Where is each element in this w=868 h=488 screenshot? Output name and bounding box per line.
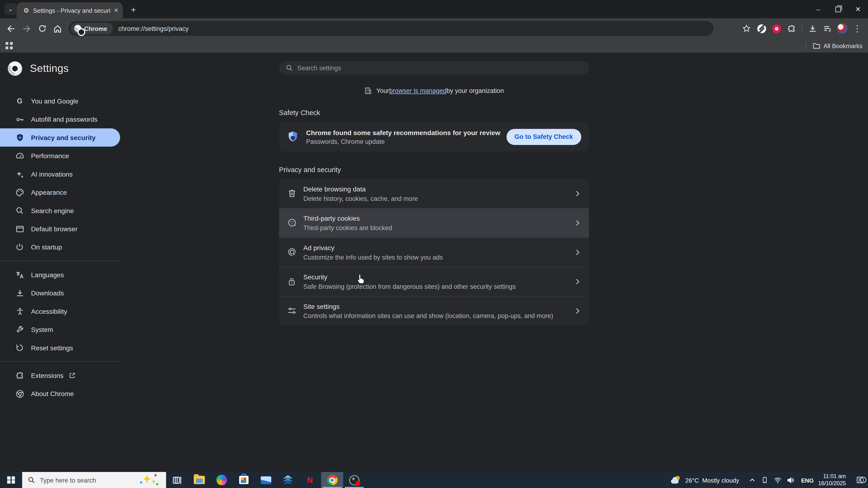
managed-notice: Your browser is managed by your organiza… (279, 87, 589, 95)
sidebar-item-on-startup[interactable]: On startup (0, 238, 120, 256)
row-subtitle: Safe Browsing (protection from dangerous… (303, 283, 516, 290)
microsoft-store-button[interactable] (232, 472, 255, 488)
running-indicator (323, 487, 342, 488)
netflix-button[interactable]: N (299, 472, 321, 488)
sidebar-item-ai-innovations[interactable]: AI innovations (0, 165, 120, 183)
sidebar-item-you-and-google[interactable]: G You and Google (0, 92, 120, 110)
sidebar-item-performance[interactable]: Performance (0, 147, 120, 165)
reading-list-button[interactable] (820, 21, 835, 36)
row-title: Third-party cookies (303, 214, 392, 222)
chevron-right-icon (574, 190, 581, 197)
language-indicator[interactable]: ENG (801, 477, 813, 483)
sidebar-item-accessibility[interactable]: Accessibility (0, 302, 120, 320)
browser-tab[interactable]: ⚙ Settings - Privacy and security ✕ (17, 2, 123, 18)
search-icon (286, 64, 293, 71)
extension-red-button[interactable] (769, 21, 784, 36)
sidebar-item-extensions[interactable]: Extensions (0, 366, 120, 385)
sidebar-item-reset-settings[interactable]: Reset settings (0, 338, 120, 357)
wifi-icon[interactable] (772, 476, 783, 484)
start-button[interactable] (0, 472, 22, 488)
tray-overflow-button[interactable] (747, 477, 757, 483)
chip-label: Chrome (84, 25, 107, 32)
row-third-party-cookies[interactable]: Third-party cookies Third-party cookies … (279, 208, 589, 237)
window-close-button[interactable]: ✕ (848, 0, 868, 18)
chrome-url-chip[interactable]: Chrome (71, 23, 113, 34)
palette-icon (15, 188, 24, 197)
search-settings-input[interactable]: Search settings (279, 61, 589, 75)
address-bar[interactable]: Chrome chrome://settings/privacy (69, 21, 714, 36)
row-security[interactable]: Security Safe Browsing (protection from … (279, 267, 589, 296)
task-view-icon (171, 474, 183, 486)
sidebar-item-label: AI innovations (31, 170, 73, 178)
mail-button[interactable] (255, 472, 277, 488)
browser-window-icon (15, 224, 24, 234)
speedometer-icon (15, 151, 24, 161)
layered-diamond-icon (283, 475, 293, 485)
notification-center-button[interactable]: 1 (851, 476, 868, 484)
browser-titlebar: ⌄ ⚙ Settings - Privacy and security ✕ + … (0, 0, 868, 18)
sidebar-item-search-engine[interactable]: Search engine (0, 201, 120, 220)
accessibility-icon (15, 306, 24, 316)
row-site-settings[interactable]: Site settings Controls what information … (279, 296, 589, 325)
reload-button[interactable] (34, 21, 50, 36)
copilot-button[interactable] (210, 472, 232, 488)
safety-check-title: Chrome found some safety recommendations… (306, 129, 500, 136)
sidebar-item-label: About Chrome (31, 390, 74, 397)
reset-icon (15, 343, 24, 352)
row-ad-privacy[interactable]: Ad privacy Customize the info used by si… (279, 237, 589, 267)
extension-shutter-button[interactable] (754, 21, 769, 36)
home-button[interactable] (50, 21, 65, 36)
sidebar-item-label: Performance (31, 152, 69, 160)
bookmark-star-button[interactable] (739, 21, 754, 36)
managed-text: by your organization (446, 88, 504, 94)
extensions-button[interactable] (784, 21, 799, 36)
sidebar-item-system[interactable]: System (0, 320, 120, 338)
profile-button[interactable] (835, 21, 849, 36)
window-minimize-button[interactable]: – (808, 0, 828, 18)
weather-condition: Mostly cloudy (702, 477, 739, 483)
back-button[interactable] (3, 21, 19, 36)
forward-button[interactable] (19, 21, 34, 36)
sidebar-item-default-browser[interactable]: Default browser (0, 220, 120, 238)
go-to-safety-check-button[interactable]: Go to Safety Check (506, 129, 581, 145)
sidebar-item-appearance[interactable]: Appearance (0, 183, 120, 201)
settings-gear-icon: ⚙ (23, 6, 29, 14)
all-bookmarks-button[interactable]: All Bookmarks (805, 42, 862, 50)
sidebar-item-downloads[interactable]: Downloads (0, 284, 120, 302)
safety-check-card: Chrome found some safety recommendations… (279, 122, 589, 152)
sidebar-item-languages[interactable]: Languages (0, 266, 120, 284)
chrome-taskbar-button[interactable] (321, 472, 343, 488)
sidebar-item-autofill[interactable]: Autofill and passwords (0, 110, 120, 128)
wrench-icon (15, 325, 24, 334)
task-view-button[interactable] (166, 472, 188, 488)
obs-taskbar-button[interactable] (343, 472, 365, 488)
settings-page: Settings G You and Google Autofill and p… (0, 53, 868, 472)
tab-search-button[interactable]: ⌄ (4, 3, 17, 15)
recording-dot (355, 481, 361, 485)
tune-icon (287, 306, 297, 316)
taskbar-search-input[interactable]: Type here to search (22, 472, 166, 488)
row-title: Delete browsing data (303, 185, 418, 193)
sidebar-item-label: Accessibility (31, 307, 67, 315)
browser-managed-link[interactable]: browser is managed (389, 88, 446, 94)
weather-widget[interactable]: 26°C Mostly cloudy (671, 477, 739, 484)
apps-grid-icon[interactable] (5, 42, 13, 49)
window-restore-button[interactable] (828, 0, 848, 18)
tab-close-icon[interactable]: ✕ (114, 7, 119, 13)
clock[interactable]: 11:01 am 16/10/2025 (818, 473, 846, 487)
weather-icon (671, 477, 681, 484)
reload-icon (38, 24, 46, 33)
row-delete-browsing-data[interactable]: Delete browsing data Delete history, coo… (279, 179, 589, 208)
downloads-button[interactable] (805, 21, 819, 36)
volume-icon[interactable] (785, 476, 796, 484)
time: 11:01 am (818, 473, 846, 480)
file-explorer-button[interactable] (188, 472, 210, 488)
sidebar-item-about-chrome[interactable]: About Chrome (0, 385, 120, 403)
new-tab-button[interactable]: + (127, 4, 140, 16)
phone-link-icon[interactable] (760, 477, 770, 484)
blue-app-button[interactable] (277, 472, 299, 488)
menu-button[interactable]: ⋮ (850, 21, 865, 36)
all-bookmarks-label: All Bookmarks (824, 42, 863, 49)
plus-icon: + (131, 5, 136, 15)
sidebar-item-privacy-security[interactable]: Privacy and security (0, 128, 120, 147)
